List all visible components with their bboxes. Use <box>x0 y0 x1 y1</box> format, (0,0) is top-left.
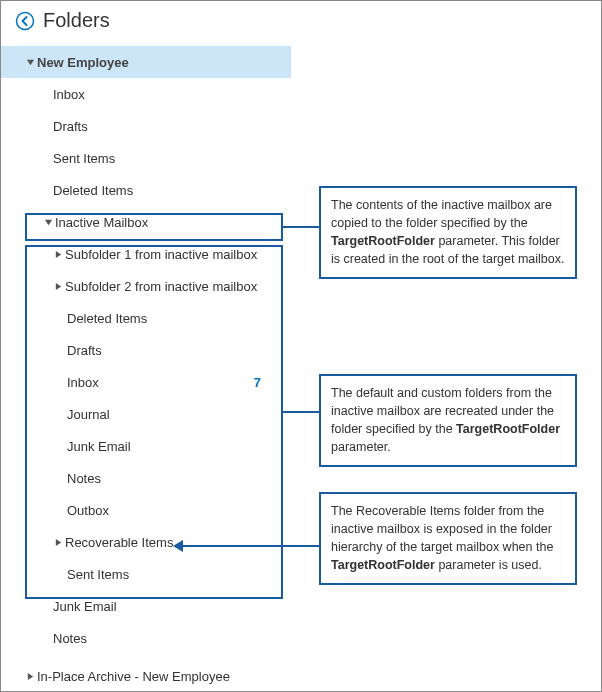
tree-item-im-notes[interactable]: Notes <box>1 462 291 494</box>
tree-item-deleted-items[interactable]: Deleted Items <box>1 174 291 206</box>
tree-item-label: Subfolder 1 from inactive mailbox <box>65 247 291 262</box>
callout-recoverable-items: The Recoverable Items folder from the in… <box>319 492 577 585</box>
callout-target-root: The contents of the inactive mailbox are… <box>319 186 577 279</box>
tree-item-notes[interactable]: Notes <box>1 622 291 654</box>
back-icon[interactable] <box>15 11 35 31</box>
tree-item-archive[interactable]: In-Place Archive - New Employee <box>1 660 291 692</box>
chevron-down-icon <box>23 58 37 67</box>
tree-item-label: Drafts <box>67 343 291 358</box>
callout-default-folders: The default and custom folders from the … <box>319 374 577 467</box>
tree-item-label: Notes <box>67 471 291 486</box>
tree-item-label: Journal <box>67 407 291 422</box>
callout-param: TargetRootFolder <box>331 234 435 248</box>
callout-param: TargetRootFolder <box>456 422 560 436</box>
tree-item-new-employee[interactable]: New Employee <box>1 46 291 78</box>
tree-item-subfolder-2[interactable]: Subfolder 2 from inactive mailbox <box>1 270 291 302</box>
tree-item-label: Junk Email <box>67 439 291 454</box>
chevron-right-icon <box>51 538 65 547</box>
tree-item-label: Outbox <box>67 503 291 518</box>
tree-item-im-drafts[interactable]: Drafts <box>1 334 291 366</box>
tree-item-label: Sent Items <box>67 567 291 582</box>
tree-item-im-junk[interactable]: Junk Email <box>1 430 291 462</box>
unread-count: 7 <box>254 375 291 390</box>
tree-item-inactive-mailbox[interactable]: Inactive Mailbox <box>1 206 291 238</box>
tree-item-im-recoverable[interactable]: Recoverable Items <box>1 526 291 558</box>
callout-text: The Recoverable Items folder from the in… <box>331 504 553 554</box>
tree-item-label: In-Place Archive - New Employee <box>37 669 291 684</box>
tree-item-label: Notes <box>53 631 291 646</box>
folder-tree: New Employee Inbox Drafts Sent Items Del… <box>1 42 291 692</box>
tree-item-im-deleted-items[interactable]: Deleted Items <box>1 302 291 334</box>
tree-item-label: Junk Email <box>53 599 291 614</box>
tree-item-im-sent-items[interactable]: Sent Items <box>1 558 291 590</box>
header: Folders <box>1 1 601 42</box>
tree-item-label: Inactive Mailbox <box>55 215 291 230</box>
tree-item-label: Subfolder 2 from inactive mailbox <box>65 279 291 294</box>
chevron-down-icon <box>41 218 55 227</box>
callout-text: parameter is used. <box>435 558 542 572</box>
tree-item-junk-email[interactable]: Junk Email <box>1 590 291 622</box>
callout-text: The contents of the inactive mailbox are… <box>331 198 552 230</box>
svg-point-0 <box>17 12 34 29</box>
tree-item-im-inbox[interactable]: Inbox 7 <box>1 366 291 398</box>
tree-item-label: Inbox <box>53 87 291 102</box>
tree-item-im-journal[interactable]: Journal <box>1 398 291 430</box>
chevron-right-icon <box>23 672 37 681</box>
callout-param: TargetRootFolder <box>331 558 435 572</box>
tree-item-label: Drafts <box>53 119 291 134</box>
chevron-right-icon <box>51 250 65 259</box>
tree-item-label: Sent Items <box>53 151 291 166</box>
tree-item-im-outbox[interactable]: Outbox <box>1 494 291 526</box>
tree-item-inbox[interactable]: Inbox <box>1 78 291 110</box>
tree-item-label: Recoverable Items <box>65 535 291 550</box>
tree-item-drafts[interactable]: Drafts <box>1 110 291 142</box>
tree-item-label: Deleted Items <box>67 311 291 326</box>
tree-item-label: Inbox <box>67 375 254 390</box>
tree-item-sent-items[interactable]: Sent Items <box>1 142 291 174</box>
tree-item-label: New Employee <box>37 55 291 70</box>
page-title: Folders <box>43 9 110 32</box>
tree-item-label: Deleted Items <box>53 183 291 198</box>
tree-item-subfolder-1[interactable]: Subfolder 1 from inactive mailbox <box>1 238 291 270</box>
chevron-right-icon <box>51 282 65 291</box>
callout-text: parameter. <box>331 440 391 454</box>
